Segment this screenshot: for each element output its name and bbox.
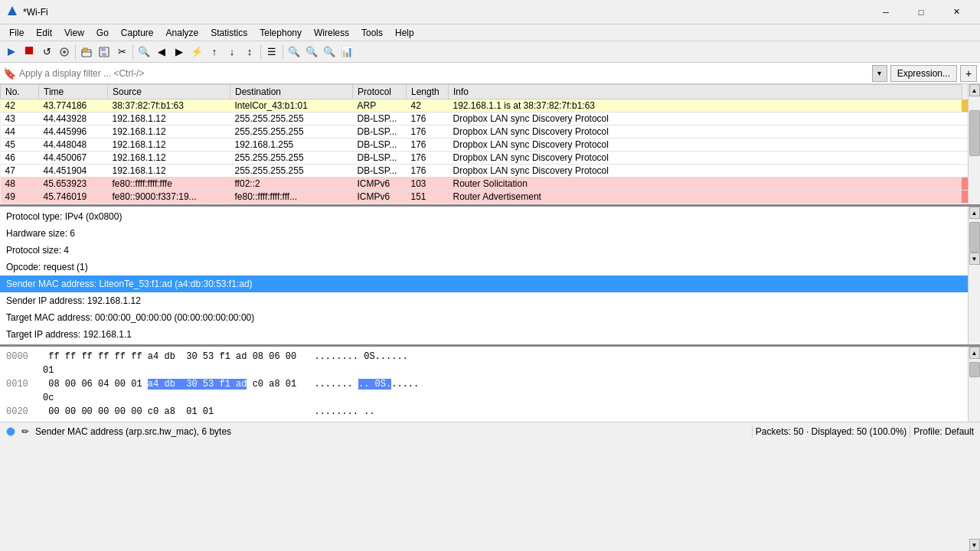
hex-scrollbar-thumb[interactable]	[969, 362, 980, 377]
filter-dropdown-button[interactable]: ▾	[872, 65, 887, 82]
toolbar-save[interactable]	[96, 44, 113, 60]
scrollbar-up-btn[interactable]: ▲	[969, 84, 980, 96]
toolbar-zoom-out[interactable]: 🔍	[303, 44, 320, 60]
table-row[interactable]: 4344.443928192.168.1.12255.255.255.255DB…	[1, 112, 969, 126]
detail-pane-wrapper: Protocol type: IPv4 (0x0800)Hardware siz…	[0, 207, 980, 347]
menu-tools[interactable]: Tools	[355, 26, 389, 40]
detail-row[interactable]: Protocol size: 4	[0, 242, 968, 259]
svg-rect-8	[101, 47, 106, 51]
svg-marker-0	[8, 6, 17, 15]
scrollbar-thumb[interactable]	[969, 110, 980, 156]
hex-bytes[interactable]: 08 00 06 04 00 01 a4 db 30 53 f1 ad c0 a…	[43, 377, 303, 405]
svg-marker-1	[8, 48, 15, 56]
detail-row[interactable]: Sender IP address: 192.168.1.12	[0, 292, 968, 309]
table-row[interactable]: 4845.653923fe80::ffff:ffff:fffeff02::2IC…	[1, 178, 969, 191]
toolbar-zoom-normal[interactable]: 🔍	[321, 44, 338, 60]
detail-row[interactable]: Hardware size: 6	[0, 225, 968, 242]
toolbar-expand[interactable]: ↕	[241, 44, 258, 60]
hex-pane: 0000 ff ff ff ff ff ff a4 db 30 53 f1 ad…	[0, 347, 968, 422]
detail-row[interactable]: Protocol type: IPv4 (0x0800)	[0, 208, 968, 225]
toolbar-close[interactable]: ✂	[113, 44, 130, 60]
menu-statistics[interactable]: Statistics	[204, 26, 253, 40]
filter-bookmark-icon: 🔖	[3, 67, 16, 80]
hex-scrollbar[interactable]: ▲	[968, 347, 980, 422]
detail-row[interactable]: Sender MAC address: LiteonTe_53:f1:ad (a…	[0, 276, 968, 292]
toolbar-next[interactable]: ↓	[224, 44, 240, 60]
toolbar-search[interactable]: 🔍	[136, 44, 152, 60]
toolbar-prev[interactable]: ↑	[206, 44, 223, 60]
hex-pane-wrapper: 0000 ff ff ff ff ff ff a4 db 30 53 f1 ad…	[0, 347, 980, 422]
detail-scrollbar[interactable]: ▲ ▼	[968, 207, 980, 344]
table-header: No. Time Source Destination Protocol Len…	[1, 85, 969, 99]
col-source[interactable]: Source	[108, 85, 230, 99]
expression-button[interactable]: Expression...	[890, 65, 957, 82]
hex-bytes[interactable]: 00 00 00 00 00 00 c0 a8 01 01	[43, 405, 303, 419]
minimize-button[interactable]: ─	[868, 0, 903, 24]
title-bar: *Wi-Fi ─ □ ✕	[0, 0, 980, 24]
close-button[interactable]: ✕	[939, 0, 974, 24]
toolbar-separator-2	[132, 44, 133, 60]
maximize-button[interactable]: □	[903, 0, 939, 24]
menu-help[interactable]: Help	[389, 26, 420, 40]
hex-row: 0020 00 00 00 00 00 00 c0 a8 01 01 .....…	[6, 405, 962, 419]
add-filter-button[interactable]: +	[960, 65, 977, 82]
menu-capture[interactable]: Capture	[115, 26, 160, 40]
menu-telephony[interactable]: Telephony	[253, 26, 308, 40]
toolbar-open[interactable]	[78, 44, 95, 60]
table-row[interactable]: 4243.77418638:37:82:7f:b1:63IntelCor_43:…	[1, 99, 969, 112]
table-row[interactable]: 4444.445996192.168.1.12255.255.255.255DB…	[1, 126, 969, 139]
col-time[interactable]: Time	[39, 85, 108, 99]
hex-row: 0010 08 00 06 04 00 01 a4 db 30 53 f1 ad…	[6, 377, 962, 405]
status-separator-1	[752, 425, 753, 438]
col-len[interactable]: Length	[407, 85, 449, 99]
hex-ascii-highlight: .. 0S.	[358, 379, 391, 390]
hex-offset: 0010	[6, 377, 43, 405]
toolbar-chart[interactable]: 📊	[338, 44, 355, 60]
toolbar-back[interactable]: ◀	[153, 44, 170, 60]
toolbar-start-capture[interactable]	[3, 44, 20, 60]
status-message: Sender MAC address (arp.src.hw_mac), 6 b…	[35, 426, 231, 437]
toolbar-restart-capture[interactable]: ↺	[38, 44, 55, 60]
svg-point-4	[63, 51, 66, 54]
col-proto[interactable]: Protocol	[353, 85, 407, 99]
menu-file[interactable]: File	[3, 26, 30, 40]
toolbar-forward[interactable]: ▶	[171, 44, 188, 60]
detail-row[interactable]: Target IP address: 192.168.1.1	[0, 326, 968, 343]
col-no[interactable]: No.	[1, 85, 39, 99]
col-dest[interactable]: Destination	[230, 85, 353, 99]
detail-scrollbar-down[interactable]: ▼	[969, 253, 980, 265]
hex-bytes[interactable]: ff ff ff ff ff ff a4 db 30 53 f1 ad 08 0…	[43, 350, 303, 377]
detail-pane: Protocol type: IPv4 (0x0800)Hardware siz…	[0, 207, 968, 344]
menu-go[interactable]: Go	[90, 26, 115, 40]
hex-scrollbar-up[interactable]: ▲	[969, 347, 980, 359]
toolbar-stop-capture[interactable]	[21, 44, 38, 60]
packet-table: No. Time Source Destination Protocol Len…	[0, 84, 968, 204]
menu-wireless[interactable]: Wireless	[308, 26, 355, 40]
toolbar-capture-options[interactable]	[56, 44, 73, 60]
status-packet-count: Packets: 50 · Displayed: 50 (100.0%)	[756, 426, 906, 437]
hex-offset: 0020	[6, 405, 43, 419]
detail-scrollbar-thumb[interactable]	[969, 222, 980, 253]
status-indicator-dot	[6, 427, 15, 436]
table-row[interactable]: 4644.450067192.168.1.12255.255.255.255DB…	[1, 152, 969, 165]
menu-view[interactable]: View	[58, 26, 90, 40]
detail-scrollbar-up[interactable]: ▲	[969, 207, 980, 219]
table-row[interactable]: 4544.448048192.168.1.12192.168.1.255DB-L…	[1, 139, 969, 152]
toolbar-separator-1	[75, 44, 76, 60]
col-info[interactable]: Info	[449, 85, 962, 99]
detail-row[interactable]: Opcode: request (1)	[0, 259, 968, 276]
packet-list: No. Time Source Destination Protocol Len…	[0, 84, 968, 204]
table-row[interactable]: 4744.451904192.168.1.12255.255.255.255DB…	[1, 165, 969, 178]
svg-rect-9	[102, 53, 106, 57]
filter-input[interactable]	[19, 65, 869, 82]
toolbar-coloring[interactable]: ☰	[263, 44, 280, 60]
table-row[interactable]: 4945.746019fe80::9000:f337:19...fe80::ff…	[1, 191, 969, 204]
hex-row: 0000 ff ff ff ff ff ff a4 db 30 53 f1 ad…	[6, 350, 962, 377]
packet-list-scrollbar[interactable]: ▲ ▼	[968, 84, 980, 204]
menu-analyze[interactable]: Analyze	[160, 26, 205, 40]
menu-edit[interactable]: Edit	[30, 26, 58, 40]
toolbar-jump-to[interactable]: ⚡	[188, 44, 205, 60]
toolbar-zoom-in[interactable]: 🔍	[286, 44, 302, 60]
detail-row[interactable]: Target MAC address: 00:00:00_00:00:00 (0…	[0, 309, 968, 326]
status-profile: Profile: Default	[913, 426, 974, 437]
